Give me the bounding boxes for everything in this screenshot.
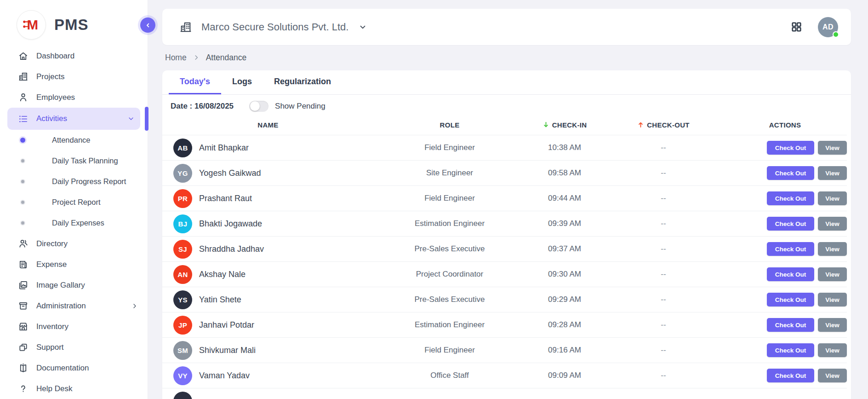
table-row: SJShraddha JadhavPre-Sales Executive09:3… bbox=[162, 237, 847, 262]
sidebar: M PMS DashboardProjectsEmployeesActiviti… bbox=[0, 0, 148, 399]
view-button[interactable]: View bbox=[818, 318, 847, 332]
tab-logs[interactable]: Logs bbox=[221, 70, 263, 94]
avatar: YG bbox=[173, 164, 192, 183]
sidebar-item-image-gallary[interactable]: Image Gallary bbox=[0, 275, 148, 295]
support-icon bbox=[17, 342, 29, 353]
table-row: YGYogesh GaikwadSite Engineer09:58 AM--C… bbox=[162, 161, 847, 186]
name-cell: SMShivkumar Mali bbox=[162, 341, 374, 360]
sidebar-item-help-desk[interactable]: Help Desk bbox=[0, 378, 148, 399]
tab-regularization[interactable]: Regularization bbox=[263, 70, 342, 94]
app-logo-row: M PMS bbox=[0, 0, 148, 40]
view-button[interactable]: View bbox=[818, 191, 847, 205]
check-in-cell: 09:39 AM bbox=[525, 219, 604, 228]
check-out-button[interactable]: Check Out bbox=[767, 369, 814, 382]
table-body: ABAmit BhapkarField Engineer10:38 AM--Ch… bbox=[162, 135, 847, 399]
view-button[interactable]: View bbox=[818, 242, 847, 256]
sidebar-item-label: Daily Task Planning bbox=[52, 156, 118, 165]
bullet-dot-icon bbox=[20, 138, 25, 143]
sidebar-item-documentation[interactable]: Documentation bbox=[0, 358, 148, 378]
sidebar-item-label: Inventory bbox=[36, 322, 69, 331]
check-out-button[interactable]: Check Out bbox=[767, 343, 814, 357]
view-button[interactable]: View bbox=[818, 293, 847, 306]
tab-today-s[interactable]: Today's bbox=[169, 70, 221, 94]
arrow-down-icon bbox=[542, 121, 549, 128]
actions-cell: Check OutView bbox=[723, 318, 847, 332]
name-cell: ANAkshay Nale bbox=[162, 265, 374, 284]
view-button[interactable]: View bbox=[818, 369, 847, 382]
column-label: CHECK-OUT bbox=[647, 121, 690, 129]
column-label: CHECK-IN bbox=[552, 121, 587, 129]
check-out-button[interactable]: Check Out bbox=[767, 217, 814, 231]
check-out-button[interactable]: Check Out bbox=[767, 293, 814, 306]
sidebar-item-support[interactable]: Support bbox=[0, 337, 148, 358]
name-cell: PRPrashant Raut bbox=[162, 189, 374, 208]
sidebar-item-daily-task-planning[interactable]: Daily Task Planning bbox=[0, 150, 148, 171]
filter-row: Date : 16/08/2025 Show Pending bbox=[162, 95, 851, 115]
view-button[interactable]: View bbox=[818, 343, 847, 357]
check-in-cell: 09:29 AM bbox=[525, 295, 604, 304]
check-in-cell: 09:28 AM bbox=[525, 320, 604, 330]
sidebar-item-directory[interactable]: Directory bbox=[0, 233, 148, 254]
show-pending-toggle[interactable] bbox=[249, 101, 268, 112]
sidebar-item-project-report[interactable]: Project Report bbox=[0, 192, 148, 213]
arrow-up-icon bbox=[637, 121, 644, 128]
check-out-cell: -- bbox=[604, 295, 723, 304]
check-out-cell: -- bbox=[604, 270, 723, 279]
check-out-button[interactable]: Check Out bbox=[767, 141, 814, 155]
sidebar-item-inventory[interactable]: Inventory bbox=[0, 316, 148, 337]
sidebar-item-dashboard[interactable]: Dashboard bbox=[0, 46, 148, 66]
check-out-button[interactable]: Check Out bbox=[767, 242, 814, 256]
column-header-role[interactable]: ROLE bbox=[374, 121, 525, 129]
name-cell: YGYogesh Gaikwad bbox=[162, 164, 374, 183]
sidebar-item-label: Image Gallary bbox=[36, 281, 85, 290]
sidebar-item-daily-expenses[interactable]: Daily Expenses bbox=[0, 213, 148, 233]
administration-icon bbox=[17, 301, 29, 312]
sidebar-item-attendance[interactable]: Attendance bbox=[0, 130, 148, 150]
projects-icon bbox=[17, 71, 29, 82]
sidebar-item-activities[interactable]: Activities bbox=[7, 108, 140, 130]
documentation-icon bbox=[17, 363, 29, 374]
sidebar-item-label: Projects bbox=[36, 72, 64, 81]
breadcrumb-home[interactable]: Home bbox=[165, 53, 187, 63]
check-out-button[interactable]: Check Out bbox=[767, 318, 814, 332]
avatar: YS bbox=[173, 290, 192, 309]
sidebar-item-expense[interactable]: Expense bbox=[0, 254, 148, 275]
app-logo: M bbox=[17, 10, 46, 40]
sidebar-item-employees[interactable]: Employees bbox=[0, 87, 148, 108]
sidebar-item-projects[interactable]: Projects bbox=[0, 66, 148, 87]
sidebar-item-label: Directory bbox=[36, 239, 68, 249]
avatar: JP bbox=[173, 316, 192, 335]
check-out-button[interactable]: Check Out bbox=[767, 191, 814, 205]
sidebar-item-administration[interactable]: Administration bbox=[0, 295, 148, 316]
name-cell: VYVaman Yadav bbox=[162, 366, 374, 385]
sidebar-item-label: Help Desk bbox=[36, 384, 72, 393]
sidebar-collapse-button[interactable] bbox=[140, 17, 155, 33]
column-header-check-in[interactable]: CHECK-IN bbox=[525, 121, 604, 129]
chevron-left-icon bbox=[144, 22, 152, 29]
check-out-cell: -- bbox=[604, 168, 723, 178]
apps-grid-icon[interactable] bbox=[791, 21, 802, 33]
company-selector[interactable]: Marco Secure Solutions Pvt. Ltd. bbox=[179, 21, 367, 34]
name-cell: JPJanhavi Potdar bbox=[162, 316, 374, 335]
employees-icon bbox=[17, 92, 29, 103]
column-label: ACTIONS bbox=[769, 121, 801, 129]
date-label: Date : 16/08/2025 bbox=[171, 102, 234, 111]
breadcrumb: Home Attendance bbox=[165, 52, 851, 64]
table-row: VYVaman YadavOffice Staff09:09 AM--Check… bbox=[162, 363, 847, 388]
actions-cell: Check OutView bbox=[723, 267, 847, 281]
column-header-actions[interactable]: ACTIONS bbox=[723, 121, 847, 129]
column-header-check-out[interactable]: CHECK-OUT bbox=[604, 121, 723, 129]
view-button[interactable]: View bbox=[818, 141, 847, 155]
view-button[interactable]: View bbox=[818, 267, 847, 281]
role-cell: Office Staff bbox=[374, 371, 525, 380]
employee-name: Yogesh Gaikwad bbox=[199, 168, 261, 178]
table-row: BJBhakti JogawadeEstimation Engineer09:3… bbox=[162, 211, 847, 237]
user-avatar[interactable]: AD bbox=[818, 17, 838, 37]
check-out-button[interactable]: Check Out bbox=[767, 267, 814, 281]
column-header-name[interactable]: NAME bbox=[162, 121, 374, 129]
check-out-button[interactable]: Check Out bbox=[767, 166, 814, 180]
view-button[interactable]: View bbox=[818, 166, 847, 180]
sidebar-item-daily-progress-report[interactable]: Daily Progress Report bbox=[0, 171, 148, 192]
role-cell: Field Engineer bbox=[374, 143, 525, 152]
view-button[interactable]: View bbox=[818, 217, 847, 231]
